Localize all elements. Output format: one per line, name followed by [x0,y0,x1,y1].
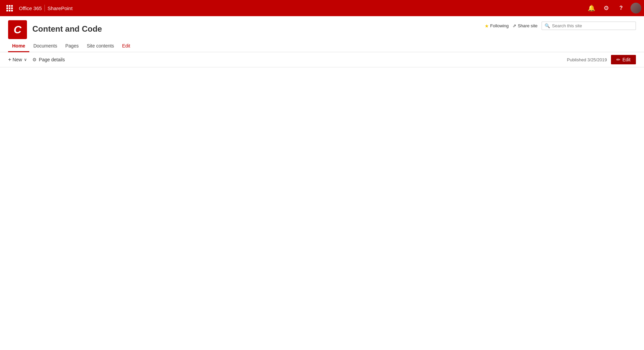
toolbar-right: Published 3/25/2019 ✏ Edit [567,55,636,64]
sharepoint-label: SharePoint [48,5,72,11]
site-logo-letter: C [13,24,21,36]
help-icon: ? [619,5,623,11]
site-header-top: C Content and Code ★ Following ⇗ Share s… [8,20,636,39]
share-site-button[interactable]: ⇗ Share site [513,23,538,28]
page-details-label: Page details [39,57,65,62]
search-box[interactable]: 🔍 [542,22,636,30]
published-status: Published 3/25/2019 [567,57,607,62]
waffle-menu-button[interactable] [3,0,16,16]
top-bar-right: 🔔 ⚙ ? [585,1,641,15]
settings-button[interactable]: ⚙ [600,1,613,15]
following-button[interactable]: ★ Following [485,23,509,29]
site-title-container: Content and Code [32,24,102,35]
nav-item-documents[interactable]: Documents [29,40,61,52]
star-icon: ★ [485,23,489,29]
site-title: Content and Code [32,24,102,34]
nav-item-pages[interactable]: Pages [61,40,83,52]
chevron-down-icon: ∨ [24,57,27,62]
search-icon: 🔍 [545,23,550,28]
office365-label: Office 365 [16,5,45,11]
top-navigation-bar: Office 365 SharePoint 🔔 ⚙ ? [0,0,644,16]
page-content-area [0,67,644,337]
bell-icon: 🔔 [588,4,595,12]
user-avatar[interactable] [631,3,641,13]
page-details-button[interactable]: ⚙ Page details [32,57,65,62]
new-label: New [12,57,22,62]
site-logo: C [8,20,27,39]
gear-icon: ⚙ [604,4,609,12]
nav-item-home[interactable]: Home [8,40,29,52]
edit-button-label: Edit [622,57,631,62]
plus-icon: + [8,57,11,63]
toolbar-left: + New ∨ ⚙ Page details [8,55,65,64]
site-header-actions: ★ Following ⇗ Share site 🔍 [485,20,636,30]
page-details-gear-icon: ⚙ [32,57,37,62]
edit-page-button[interactable]: ✏ Edit [611,55,636,64]
new-button[interactable]: + New ∨ [8,55,27,64]
page-toolbar: + New ∨ ⚙ Page details Published 3/25/20… [0,52,644,67]
search-input[interactable] [552,23,633,28]
following-label: Following [490,23,509,28]
site-header: C Content and Code ★ Following ⇗ Share s… [0,16,644,52]
pencil-icon: ✏ [616,57,620,62]
site-navigation: Home Documents Pages Site contents Edit [8,40,636,52]
waffle-icon [6,5,13,11]
avatar-image [631,3,641,13]
nav-item-edit[interactable]: Edit [118,40,134,52]
top-bar-left: Office 365 SharePoint [3,0,72,16]
nav-item-site-contents[interactable]: Site contents [83,40,118,52]
help-button[interactable]: ? [614,1,628,15]
share-label: Share site [518,23,538,28]
site-identity: C Content and Code [8,20,102,39]
share-icon: ⇗ [513,23,516,28]
notifications-button[interactable]: 🔔 [585,1,598,15]
